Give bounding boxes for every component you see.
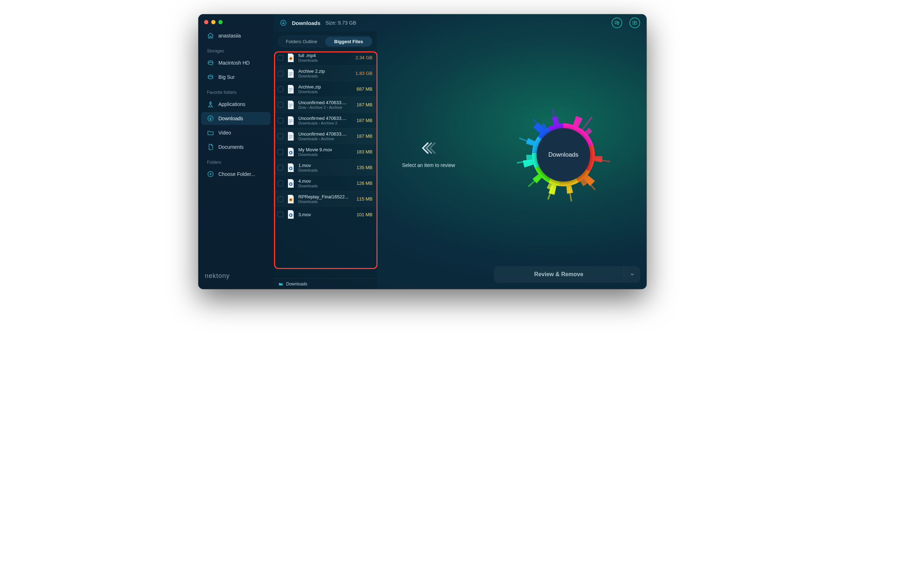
file-size: 126 MB [357,181,373,186]
file-row[interactable]: full .mp4Downloads2.34 GB [273,50,377,65]
page-title: Downloads [292,20,320,26]
file-checkbox[interactable] [277,181,283,186]
sunburst-chart[interactable]: Downloads [510,101,617,208]
file-name: RPReplay_Final16522... [298,194,353,199]
brand-label: nektony [198,267,273,285]
choose-folder-button[interactable]: Choose Folder... [201,168,271,181]
file-size: 187 MB [357,102,373,107]
file-checkbox[interactable] [277,86,283,92]
file-row[interactable]: Unconfirmed 470633....Dow › Archive 2 › … [273,97,377,113]
file-type-icon [287,194,295,204]
svg-rect-16 [289,105,293,106]
file-type-icon [287,53,295,63]
file-path: Downloads [298,184,353,188]
file-name: full .mp4 [298,53,352,58]
sidebar-item-big-sur[interactable]: Big Sur [201,70,271,83]
file-checkbox[interactable] [277,118,283,124]
file-name: Archive 2.zip [298,69,352,74]
folder-icon [278,281,283,286]
document-icon [207,144,214,150]
sidebar-item-downloads[interactable]: Downloads [201,112,271,125]
file-meta: Unconfirmed 470633....Downloads › Archiv… [298,116,353,125]
file-path: Downloads [298,199,353,204]
plus-circle-icon [207,170,214,178]
file-row[interactable]: Unconfirmed 470633....Downloads › Archiv… [273,128,377,144]
sidebar: anastasiia Storages Macintosh HD Big Sur… [198,14,273,289]
review-remove-label: Review & Remove [494,271,624,278]
file-name: My Movie 9.mov [298,147,353,152]
file-checkbox[interactable] [277,133,283,139]
sidebar-item-documents[interactable]: Documents [201,141,271,153]
file-row[interactable]: Archive 2.zipDownloads1.83 GB [273,65,377,81]
svg-rect-11 [289,75,291,76]
sidebar-item-applications[interactable]: Applications [201,98,271,111]
sidebar-header-storages: Storages [201,44,271,55]
close-icon[interactable] [204,20,208,24]
file-type-icon [287,210,295,219]
file-checkbox[interactable] [277,55,283,61]
minimize-icon[interactable] [211,20,216,24]
file-path: Downloads [298,89,353,94]
file-size: 1.83 GB [355,70,373,76]
review-remove-dropdown[interactable] [624,266,640,283]
tab-biggest-files[interactable]: Biggest Files [325,37,372,46]
sidebar-item-label: Documents [218,144,244,150]
file-checkbox[interactable] [277,211,283,217]
file-checkbox[interactable] [277,70,283,77]
file-checkbox[interactable] [277,196,283,202]
window-controls [198,14,273,28]
tab-folders-outline[interactable]: Folders Outline [278,37,325,46]
sidebar-header-folders: Folders [201,155,271,166]
svg-rect-12 [289,88,293,89]
toolbar: Downloads Size: 9.73 GB [273,14,647,31]
sidebar-item-video[interactable]: Video [201,126,271,139]
file-row[interactable]: Archive.zipDownloads687 MB [273,81,377,97]
folder-icon [207,129,214,136]
main: Downloads Size: 9.73 GB Folders Outline … [273,14,647,289]
review-remove-button[interactable]: Review & Remove [494,266,640,283]
file-type-icon [287,179,295,188]
svg-rect-9 [289,72,293,73]
app-window: anastasiia Storages Macintosh HD Big Sur… [198,14,647,289]
breadcrumb[interactable]: Downloads [273,278,377,289]
file-size: 187 MB [357,133,373,139]
file-checkbox[interactable] [277,149,283,155]
file-name: 1.mov [298,163,353,168]
file-meta: My Movie 9.movDownloads [298,147,353,156]
file-row[interactable]: 4.movDownloads126 MB [273,175,377,191]
file-path: Downloads [298,58,352,63]
file-name: Unconfirmed 470633.... [298,116,353,121]
file-path: Downloads › Archive 2 [298,121,353,125]
view-segmented-control[interactable]: Folders Outline Biggest Files [277,36,373,47]
news-button[interactable] [630,17,640,28]
file-name: Unconfirmed 470633.... [298,131,353,137]
apps-icon [207,101,214,108]
sidebar-item-user[interactable]: anastasiia [201,29,271,42]
file-row[interactable]: 1.movDownloads135 MB [273,160,377,175]
sidebar-item-macintosh-hd[interactable]: Macintosh HD [201,56,271,69]
file-meta: 4.movDownloads [298,178,353,188]
file-checkbox[interactable] [277,165,283,170]
file-meta: RPReplay_Final16522...Downloads [298,194,353,204]
file-row[interactable]: 3.mov101 MB [273,206,377,222]
file-checkbox[interactable] [277,102,283,108]
file-type-icon [287,163,295,172]
file-type-icon [287,116,295,125]
svg-rect-10 [289,74,293,75]
file-type-icon [287,132,295,141]
file-row[interactable]: RPReplay_Final16522...Downloads115 MB [273,191,377,206]
file-row[interactable]: Unconfirmed 470633....Downloads › Archiv… [273,113,377,128]
sidebar-user-label: anastasiia [218,33,241,39]
svg-rect-21 [289,135,293,136]
svg-rect-22 [289,137,293,138]
breadcrumb-label: Downloads [286,281,307,286]
file-row[interactable]: My Movie 9.movDownloads183 MB [273,144,377,160]
file-path: Dow › Archive 2 › Archive [298,105,353,109]
file-meta: Unconfirmed 470633....Downloads › Archiv… [298,131,353,141]
drive-icon [207,74,214,81]
svg-rect-20 [289,122,291,123]
download-icon [207,115,214,122]
zoom-icon[interactable] [218,20,222,24]
file-path: Downloads [298,168,353,172]
support-button[interactable] [612,17,622,28]
